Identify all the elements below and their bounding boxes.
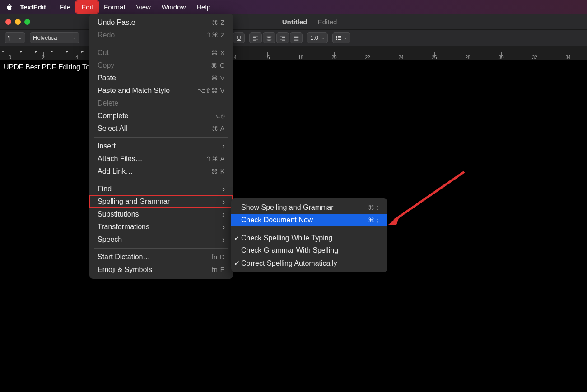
menu-format[interactable]: Format (98, 1, 131, 13)
menu-view[interactable]: View (131, 1, 156, 13)
menu-item-undo-paste[interactable]: Undo Paste⌘ Z (89, 16, 233, 29)
edit-dropdown-menu: Undo Paste⌘ ZRedo⇧⌘ ZCut⌘ XCopy⌘ CPaste⌘… (89, 14, 233, 279)
app-name[interactable]: TextEdit (20, 3, 46, 11)
paragraph-style-picker[interactable]: ¶⌄ (5, 32, 25, 43)
menu-item-find[interactable]: Find› (89, 183, 233, 195)
menu-item-check-document-now[interactable]: Check Document Now⌘ ; (231, 214, 387, 226)
menu-item-transformations[interactable]: Transformations› (89, 221, 233, 233)
align-center-button[interactable] (263, 32, 275, 43)
apple-logo-icon[interactable] (5, 2, 14, 11)
menu-item-paste-and-match-style[interactable]: Paste and Match Style⌥⇧⌘ V (89, 84, 233, 97)
menu-item-speech[interactable]: Speech› (89, 233, 233, 246)
list-style-picker[interactable]: ⌄ (332, 32, 350, 43)
svg-point-2 (336, 39, 337, 40)
align-left-button[interactable] (249, 32, 262, 43)
menu-item-emoji-symbols[interactable]: Emoji & Symbolsfn E (89, 263, 233, 276)
close-button[interactable] (5, 19, 11, 25)
menu-item-select-all[interactable]: Select All⌘ A (89, 122, 233, 135)
menu-item-redo: Redo⇧⌘ Z (89, 29, 233, 42)
font-family-picker[interactable]: Helvetica⌄ (30, 32, 79, 43)
menu-help[interactable]: Help (191, 1, 216, 13)
menu-item-start-dictation[interactable]: Start Dictation…fn D (89, 251, 233, 263)
menu-window[interactable]: Window (156, 1, 191, 13)
maximize-button[interactable] (24, 19, 30, 25)
underline-button[interactable]: U (233, 32, 245, 43)
document-title: Untitled (282, 18, 307, 26)
menu-item-add-link[interactable]: Add Link…⌘ K (89, 165, 233, 178)
menu-file[interactable]: File (54, 1, 76, 13)
format-toolbar: ¶⌄ Helvetica⌄ U 1.0⌄ ⌄ (0, 30, 587, 46)
minimize-button[interactable] (15, 19, 21, 25)
document-text: UPDF Best PDF Editing Tool (4, 63, 95, 71)
spelling-grammar-submenu: Show Spelling and Grammar⌘ :Check Docume… (231, 198, 387, 272)
menu-item-paste[interactable]: Paste⌘ V (89, 72, 233, 84)
menu-item-correct-spelling-automatically[interactable]: ✓Correct Spelling Automatically (231, 257, 387, 269)
align-justify-button[interactable] (290, 32, 303, 43)
menu-item-delete: Delete (89, 97, 233, 110)
menubar: TextEdit File Edit Format View Window He… (0, 0, 587, 14)
menu-item-attach-files[interactable]: Attach Files…⇧⌘ A (89, 152, 233, 165)
menu-item-spelling-and-grammar[interactable]: Spelling and Grammar› (89, 195, 233, 208)
traffic-lights (5, 19, 30, 25)
menu-item-cut: Cut⌘ X (89, 46, 233, 59)
ruler[interactable]: ▾ ▸ ▸ ▸ ▸ ▸ 0241416182022242628303234 (0, 46, 587, 60)
svg-point-0 (336, 36, 337, 37)
menu-item-complete[interactable]: Complete⌥⎋ (89, 110, 233, 122)
menu-edit[interactable]: Edit (76, 1, 98, 13)
line-spacing-picker[interactable]: 1.0⌄ (307, 32, 328, 43)
menu-item-show-spelling-and-grammar[interactable]: Show Spelling and Grammar⌘ : (231, 201, 387, 214)
document-status: Edited (318, 18, 337, 26)
menu-item-check-spelling-while-typing[interactable]: ✓Check Spelling While Typing (231, 231, 387, 244)
menu-item-check-grammar-with-spelling[interactable]: Check Grammar With Spelling (231, 244, 387, 257)
menu-item-insert[interactable]: Insert› (89, 140, 233, 152)
align-right-button[interactable] (276, 32, 289, 43)
svg-point-1 (336, 37, 337, 38)
menu-item-copy: Copy⌘ C (89, 59, 233, 72)
titlebar: Untitled — Edited (0, 14, 587, 30)
menu-item-substitutions[interactable]: Substitutions› (89, 208, 233, 221)
